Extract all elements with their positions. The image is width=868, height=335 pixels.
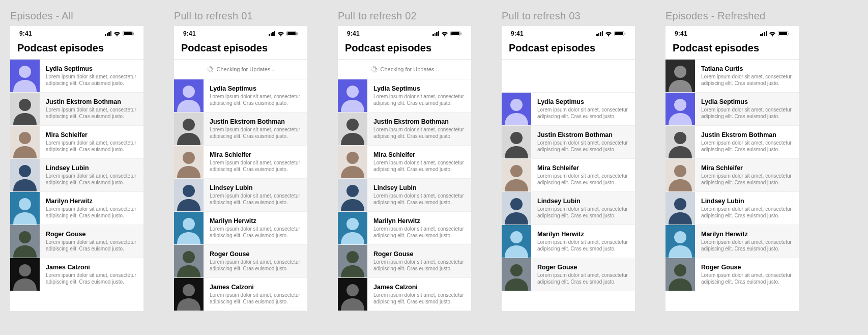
- episode-description: Lorem ipsum dolor sit amet, consectetur …: [373, 159, 465, 173]
- avatar: [666, 159, 695, 191]
- page-title: Podcast episodes: [17, 42, 136, 54]
- episode-description: Lorem ipsum dolor sit amet, consectetur …: [373, 126, 465, 139]
- episode-author: Roger Gouse: [373, 250, 465, 258]
- list-item[interactable]: Roger GouseLorem ipsum dolor sit amet, c…: [666, 258, 799, 291]
- episodes-list[interactable]: Lydia SeptimusLorem ipsum dolor sit amet…: [10, 60, 143, 311]
- list-item[interactable]: James CalzoniLorem ipsum dolor sit amet,…: [338, 278, 471, 311]
- avatar: [502, 126, 531, 158]
- list-item[interactable]: Mira SchleiferLorem ipsum dolor sit amet…: [502, 159, 635, 192]
- episode-description: Lorem ipsum dolor sit amet, consectetur …: [701, 173, 793, 186]
- avatar: [666, 192, 695, 225]
- episode-author: Lindsey Lubin: [373, 184, 465, 191]
- episode-description: Lorem ipsum dolor sit amet, consectetur …: [701, 73, 793, 87]
- status-time: 9:41: [675, 30, 687, 37]
- avatar: [10, 258, 40, 291]
- list-item[interactable]: Marilyn HerwitzLorem ipsum dolor sit ame…: [502, 225, 635, 258]
- page-header: Podcast episodes: [502, 41, 635, 60]
- list-item[interactable]: James CalzoniLorem ipsum dolor sit amet,…: [10, 258, 143, 291]
- pull-to-refresh-offset: [502, 60, 635, 93]
- list-item[interactable]: Lindsey LubinLorem ipsum dolor sit amet,…: [502, 192, 635, 225]
- status-icons: [760, 31, 790, 37]
- list-item[interactable]: Lindsey LubinLorem ipsum dolor sit amet,…: [174, 179, 307, 212]
- episode-description: Lorem ipsum dolor sit amet, consectetur …: [537, 173, 629, 186]
- list-item[interactable]: James CalzoniLorem ipsum dolor sit amet,…: [174, 278, 307, 311]
- page-title: Podcast episodes: [345, 42, 464, 54]
- list-item-body: Mira SchleiferLorem ipsum dolor sit amet…: [40, 127, 143, 157]
- phone-frame: 9:41Podcast episodesLydia SeptimusLorem …: [502, 26, 635, 311]
- episode-description: Lorem ipsum dolor sit amet, consectetur …: [46, 206, 137, 219]
- status-bar: 9:41: [10, 26, 143, 41]
- status-icons: [269, 31, 298, 37]
- list-item[interactable]: Mira SchleiferLorem ipsum dolor sit amet…: [338, 146, 471, 179]
- list-item[interactable]: Justin Ekstrom BothmanLorem ipsum dolor …: [666, 126, 799, 159]
- episode-description: Lorem ipsum dolor sit amet, consectetur …: [537, 139, 629, 153]
- episode-description: Lorem ipsum dolor sit amet, consectetur …: [210, 93, 301, 106]
- battery-icon: [778, 31, 790, 36]
- list-item-body: Roger GouseLorem ipsum dolor sit amet, c…: [695, 260, 799, 289]
- episode-description: Lorem ipsum dolor sit amet, consectetur …: [210, 259, 301, 272]
- cellular-signal-icon: [760, 31, 767, 36]
- status-icons: [432, 31, 462, 37]
- episode-author: Mira Schleifer: [537, 164, 629, 172]
- status-bar: 9:41: [502, 26, 635, 41]
- avatar: [174, 146, 204, 178]
- artboard-label: Pull to refresh 02: [338, 10, 471, 22]
- page-title: Podcast episodes: [673, 42, 792, 54]
- wifi-icon: [277, 31, 284, 37]
- list-item[interactable]: Lindsey LubinLorem ipsum dolor sit amet,…: [338, 179, 471, 212]
- artboard-label: Pull to refresh 01: [174, 10, 307, 22]
- page-header: Podcast episodes: [666, 41, 799, 60]
- list-item[interactable]: Mira SchleiferLorem ipsum dolor sit amet…: [174, 146, 307, 179]
- episode-description: Lorem ipsum dolor sit amet, consectetur …: [46, 106, 137, 120]
- avatar: [502, 93, 531, 125]
- list-item[interactable]: Lydia SeptimusLorem ipsum dolor sit amet…: [338, 79, 471, 113]
- list-item[interactable]: Justin Ekstrom BothmanLorem ipsum dolor …: [10, 93, 143, 126]
- avatar: [10, 192, 40, 225]
- list-item[interactable]: Lindsey LubinLorem ipsum dolor sit amet,…: [666, 192, 799, 225]
- list-item[interactable]: Lindsey LubinLorem ipsum dolor sit amet,…: [10, 159, 143, 192]
- episode-author: Lindsey Lubin: [210, 184, 301, 191]
- list-item[interactable]: Marilyn HerwitzLorem ipsum dolor sit ame…: [174, 212, 307, 245]
- list-item[interactable]: Marilyn HerwitzLorem ipsum dolor sit ame…: [10, 192, 143, 225]
- list-item[interactable]: Lydia SeptimusLorem ipsum dolor sit amet…: [666, 93, 799, 126]
- list-item[interactable]: Lydia SeptimusLorem ipsum dolor sit amet…: [502, 93, 635, 126]
- list-item[interactable]: Justin Ekstrom BothmanLorem ipsum dolor …: [338, 113, 471, 146]
- episode-author: Justin Ekstrom Bothman: [537, 131, 629, 138]
- avatar: [174, 245, 204, 277]
- episode-author: Marilyn Herwitz: [537, 231, 629, 238]
- list-item-body: Mira SchleiferLorem ipsum dolor sit amet…: [204, 147, 307, 177]
- avatar: [174, 212, 204, 244]
- list-item[interactable]: Roger GouseLorem ipsum dolor sit amet, c…: [10, 225, 143, 258]
- list-item[interactable]: Lydia SeptimusLorem ipsum dolor sit amet…: [174, 79, 307, 113]
- episode-author: Roger Gouse: [537, 264, 629, 271]
- episode-description: Lorem ipsum dolor sit amet, consectetur …: [537, 206, 629, 219]
- list-item[interactable]: Mira SchleiferLorem ipsum dolor sit amet…: [10, 126, 143, 159]
- episode-author: Justin Ekstrom Bothman: [46, 98, 137, 105]
- list-item-body: Marilyn HerwitzLorem ipsum dolor sit ame…: [695, 227, 799, 256]
- list-item[interactable]: Lydia SeptimusLorem ipsum dolor sit amet…: [10, 60, 143, 93]
- wifi-icon: [769, 31, 776, 37]
- list-item[interactable]: Roger GouseLorem ipsum dolor sit amet, c…: [338, 245, 471, 278]
- avatar: [174, 79, 204, 112]
- episode-description: Lorem ipsum dolor sit amet, consectetur …: [373, 192, 465, 206]
- episodes-list[interactable]: Lydia SeptimusLorem ipsum dolor sit amet…: [338, 79, 471, 311]
- episodes-list[interactable]: Lydia SeptimusLorem ipsum dolor sit amet…: [174, 79, 307, 311]
- avatar: [338, 113, 367, 145]
- episode-description: Lorem ipsum dolor sit amet, consectetur …: [537, 239, 629, 252]
- episodes-list[interactable]: Lydia SeptimusLorem ipsum dolor sit amet…: [502, 93, 635, 311]
- list-item[interactable]: Marilyn HerwitzLorem ipsum dolor sit ame…: [338, 212, 471, 245]
- wifi-icon: [605, 31, 612, 37]
- list-item-body: Mira SchleiferLorem ipsum dolor sit amet…: [367, 147, 471, 177]
- list-item[interactable]: Roger GouseLorem ipsum dolor sit amet, c…: [174, 245, 307, 278]
- battery-icon: [286, 31, 298, 36]
- list-item[interactable]: Roger GouseLorem ipsum dolor sit amet, c…: [502, 258, 635, 291]
- list-item-body: Lydia SeptimusLorem ipsum dolor sit amet…: [695, 94, 799, 124]
- list-item[interactable]: Justin Ekstrom BothmanLorem ipsum dolor …: [174, 113, 307, 146]
- list-item[interactable]: Tatiana CurtisLorem ipsum dolor sit amet…: [666, 60, 799, 93]
- list-item[interactable]: Marilyn HerwitzLorem ipsum dolor sit ame…: [666, 225, 799, 258]
- list-item[interactable]: Justin Ekstrom BothmanLorem ipsum dolor …: [502, 126, 635, 159]
- episodes-list[interactable]: Tatiana CurtisLorem ipsum dolor sit amet…: [666, 60, 799, 311]
- phone-frame: 9:41Podcast episodesChecking for Updates…: [174, 26, 307, 311]
- artboard-label: Pull to refresh 03: [502, 10, 635, 22]
- list-item[interactable]: Mira SchleiferLorem ipsum dolor sit amet…: [666, 159, 799, 192]
